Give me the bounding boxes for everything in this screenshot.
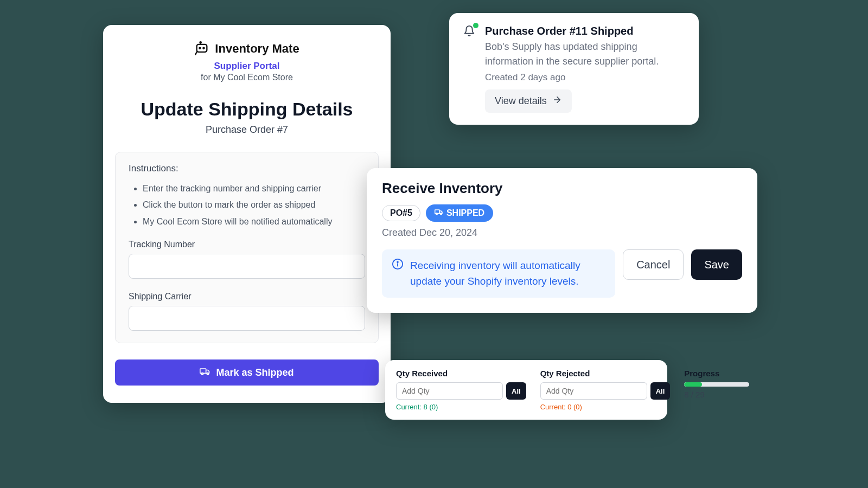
notification-meta: Created 2 days ago [485, 72, 685, 83]
qty-rejected-label: Qty Rejected [540, 369, 671, 378]
info-icon [392, 258, 404, 272]
progress-fill [684, 382, 702, 387]
svg-rect-0 [197, 44, 207, 52]
info-banner: Receiving inventory will automatically u… [382, 249, 615, 298]
truck-icon [435, 208, 443, 219]
qty-rejected-col: Qty Rejected All Current: 0 (0) [540, 369, 671, 411]
qty-received-label: Qty Received [396, 369, 526, 378]
qty-rejected-all-button[interactable]: All [650, 382, 671, 400]
qty-rejected-input[interactable] [540, 382, 647, 400]
bell-icon [463, 29, 475, 38]
notification-content: Purchase Order #11 Shipped Bob's Supply … [485, 25, 685, 113]
qty-received-col: Qty Received All Current: 8 (0) [396, 369, 526, 411]
qty-card: Qty Received All Current: 8 (0) Qty Reje… [385, 360, 667, 420]
instructions-box: Instructions: Enter the tracking number … [115, 152, 379, 343]
view-details-button[interactable]: View details [485, 89, 572, 113]
progress-label: Progress [684, 369, 749, 378]
shipping-details-card: Inventory Mate Supplier Portal for My Co… [103, 25, 391, 403]
shipping-carrier-label: Shipping Carrier [129, 292, 365, 301]
notification-body: Bob's Supply has updated shipping inform… [485, 40, 685, 69]
arrow-right-icon [552, 95, 562, 107]
po-badge: PO#5 [382, 205, 420, 221]
svg-point-13 [397, 261, 398, 262]
store-name: for My Cool Ecom Store [103, 73, 391, 82]
instructions-label: Instructions: [129, 163, 365, 174]
receive-inventory-card: Receive Inventory PO#5 SHIPPED Created D… [367, 168, 757, 313]
qty-rejected-current: Current: 0 (0) [540, 403, 671, 411]
bell-icon-wrap [463, 25, 475, 113]
po-subtitle: Purchase Order #7 [103, 124, 391, 136]
notification-card: Purchase Order #11 Shipped Bob's Supply … [449, 13, 699, 125]
receive-actions: Receiving inventory will automatically u… [382, 249, 742, 298]
notification-title: Purchase Order #11 Shipped [485, 25, 685, 37]
progress-bar [684, 382, 749, 387]
tracking-number-input[interactable] [129, 254, 365, 279]
progress-col: Progress 8 / 29 [684, 369, 749, 411]
tracking-number-label: Tracking Number [129, 240, 365, 249]
shipped-badge: SHIPPED [426, 204, 493, 222]
mark-as-shipped-button[interactable]: Mark as Shipped [115, 359, 379, 386]
created-date: Created Dec 20, 2024 [382, 227, 742, 239]
instructions-list: Enter the tracking number and shipping c… [129, 181, 365, 230]
info-banner-text: Receiving inventory will automatically u… [410, 258, 605, 289]
svg-point-3 [200, 42, 201, 43]
instruction-item: Click the button to mark the order as sh… [143, 197, 365, 213]
svg-point-1 [200, 48, 201, 49]
svg-point-2 [203, 48, 205, 49]
qty-received-current: Current: 8 (0) [396, 403, 526, 411]
save-button[interactable]: Save [691, 249, 742, 280]
page-title: Update Shipping Details [103, 99, 391, 120]
qty-received-all-button[interactable]: All [506, 382, 526, 400]
brand: Inventory Mate [103, 41, 391, 56]
supplier-portal-link[interactable]: Supplier Portal [103, 61, 391, 72]
badge-row: PO#5 SHIPPED [382, 204, 742, 222]
shipped-badge-label: SHIPPED [446, 208, 484, 218]
progress-text: 8 / 29 [684, 390, 749, 399]
receive-title: Receive Inventory [382, 180, 742, 197]
brand-name: Inventory Mate [215, 42, 299, 56]
qty-received-input[interactable] [396, 382, 503, 400]
instruction-item: Enter the tracking number and shipping c… [143, 181, 365, 197]
shipping-carrier-input[interactable] [129, 306, 365, 331]
cancel-button[interactable]: Cancel [623, 249, 684, 280]
truck-icon [200, 366, 210, 380]
view-details-label: View details [495, 95, 547, 107]
inventory-mate-logo-icon [194, 41, 209, 56]
notification-dot-icon [473, 23, 478, 28]
instruction-item: My Cool Ecom Store will be notified auto… [143, 214, 365, 230]
mark-as-shipped-label: Mark as Shipped [216, 367, 293, 378]
